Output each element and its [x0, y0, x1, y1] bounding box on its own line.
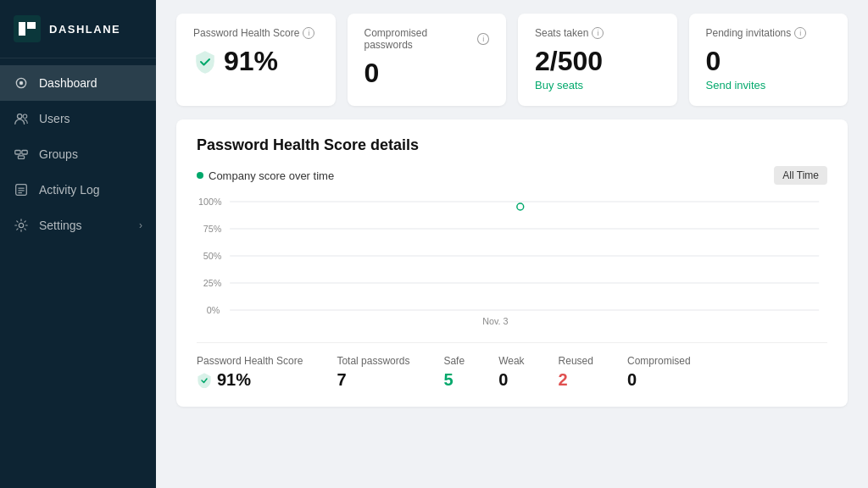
- phs-legend: Company score over time All Time: [197, 166, 827, 185]
- bstat-health-value: 91%: [217, 370, 251, 390]
- stat-card-compromised: Compromised passwords i 0: [348, 14, 507, 106]
- bstat-reused: Reused 2: [559, 355, 593, 390]
- bstat-total: Total passwords 7: [337, 355, 409, 390]
- sidebar-nav: Dashboard Users Groups: [0, 65, 156, 243]
- stat-card-health: Password Health Score i 91%: [176, 14, 336, 106]
- phs-section: Password Health Score details Company sc…: [176, 119, 848, 407]
- svg-point-2: [20, 82, 22, 84]
- y-label-50: 50%: [203, 251, 222, 261]
- y-label-25: 25%: [203, 278, 222, 288]
- dashboard-icon: [14, 75, 29, 91]
- health-info-icon[interactable]: i: [303, 27, 314, 39]
- data-point: [517, 203, 524, 210]
- svg-point-3: [18, 114, 22, 119]
- bstat-total-label: Total passwords: [337, 355, 409, 367]
- bstat-safe-label: Safe: [443, 355, 465, 367]
- svg-rect-8: [16, 185, 27, 196]
- bstat-health-label: Password Health Score: [197, 355, 303, 367]
- activity-log-label: Activity Log: [39, 183, 100, 197]
- seats-info-icon[interactable]: i: [592, 27, 604, 39]
- svg-point-12: [19, 223, 23, 227]
- activity-icon: [14, 182, 29, 197]
- bstat-compromised: Compromised 0: [627, 355, 691, 390]
- legend-label: Company score over time: [209, 169, 334, 182]
- health-value: 91%: [193, 46, 319, 77]
- bstat-safe-value: 5: [443, 370, 465, 390]
- shield-check-icon: [193, 50, 217, 74]
- logo-area: DASHLANE: [0, 0, 156, 58]
- x-label-date: Nov. 3: [482, 316, 508, 326]
- groups-icon: [14, 147, 29, 162]
- chevron-down-icon: ›: [139, 219, 142, 231]
- stat-card-invitations: Pending invitations i 0 Send invites: [689, 14, 849, 106]
- bstat-total-value: 7: [337, 370, 409, 390]
- bstat-weak-value: 0: [498, 370, 524, 390]
- chart-container: 100% 75% 50% 25% 0% Nov. 3: [197, 193, 827, 329]
- invitations-info-icon[interactable]: i: [794, 27, 806, 39]
- main-content: Password Health Score i 91% Compromised …: [156, 0, 868, 488]
- invitations-value: 0: [706, 46, 832, 77]
- chart-svg: 100% 75% 50% 25% 0% Nov. 3: [197, 193, 827, 329]
- bstat-reused-value: 2: [559, 370, 593, 390]
- sidebar: DASHLANE Dashboard Users: [0, 0, 156, 488]
- send-invites-link[interactable]: Send invites: [706, 79, 766, 92]
- compromised-label: Compromised passwords i: [364, 27, 490, 51]
- sidebar-item-activity-log[interactable]: Activity Log: [0, 172, 156, 208]
- svg-rect-5: [15, 151, 20, 155]
- y-label-100: 100%: [198, 197, 222, 207]
- legend-item: Company score over time: [197, 169, 334, 182]
- settings-label: Settings: [39, 219, 82, 232]
- y-label-75: 75%: [203, 224, 222, 234]
- bstat-weak: Weak 0: [498, 355, 524, 390]
- users-label: Users: [39, 112, 70, 125]
- bstat-reused-label: Reused: [559, 355, 593, 367]
- buy-seats-link[interactable]: Buy seats: [535, 79, 583, 92]
- invitations-label: Pending invitations i: [706, 27, 832, 39]
- svg-rect-7: [18, 156, 24, 159]
- health-label: Password Health Score i: [193, 27, 319, 39]
- compromised-info-icon[interactable]: i: [477, 33, 489, 45]
- logo-text: DASHLANE: [49, 23, 120, 36]
- y-label-0: 0%: [207, 305, 220, 315]
- settings-icon: [14, 218, 29, 233]
- sidebar-item-users[interactable]: Users: [0, 101, 156, 136]
- dashlane-logo-icon: [14, 15, 41, 42]
- bstat-compromised-label: Compromised: [627, 355, 691, 367]
- sidebar-item-groups[interactable]: Groups: [0, 136, 156, 172]
- bstat-health: Password Health Score 91%: [197, 355, 303, 390]
- seats-value: 2/500: [535, 46, 660, 77]
- bottom-stats: Password Health Score 91% Total password…: [197, 342, 827, 390]
- phs-title: Password Health Score details: [197, 136, 827, 154]
- dashboard-label: Dashboard: [39, 76, 97, 90]
- bstat-weak-label: Weak: [498, 355, 524, 367]
- svg-rect-6: [22, 151, 27, 155]
- groups-label: Groups: [39, 147, 78, 161]
- stats-row: Password Health Score i 91% Compromised …: [156, 0, 868, 119]
- seats-label: Seats taken i: [535, 27, 660, 39]
- mini-shield-icon: [197, 373, 212, 388]
- stat-card-seats: Seats taken i 2/500 Buy seats: [518, 14, 677, 106]
- svg-point-4: [23, 114, 27, 119]
- sidebar-item-settings[interactable]: Settings ›: [0, 208, 156, 243]
- users-icon: [14, 111, 29, 126]
- sidebar-item-dashboard[interactable]: Dashboard: [0, 65, 156, 101]
- bstat-compromised-value: 0: [627, 370, 691, 390]
- bstat-safe: Safe 5: [443, 355, 465, 390]
- all-time-button[interactable]: All Time: [774, 166, 827, 185]
- bstat-health-value-row: 91%: [197, 370, 303, 390]
- compromised-value: 0: [364, 58, 490, 89]
- legend-dot: [197, 172, 203, 179]
